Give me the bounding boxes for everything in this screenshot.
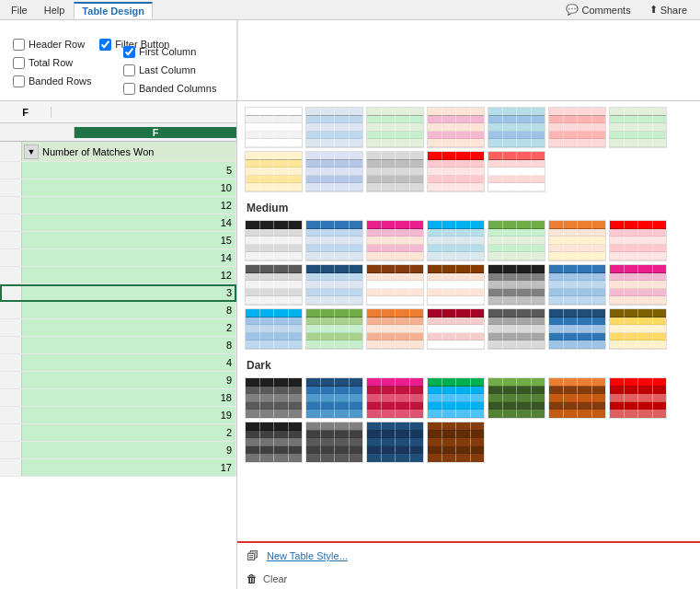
table-style-thumb[interactable]: [305, 151, 363, 192]
total-row-checkbox[interactable]: [13, 57, 25, 69]
cell-value[interactable]: 12: [22, 197, 236, 214]
table-row: 9: [0, 442, 236, 459]
ribbon: File Help Table Design 💬 Comments ⬆ Shar…: [0, 0, 700, 101]
filter-button-checkbox[interactable]: [99, 39, 111, 51]
table-style-thumb[interactable]: [488, 107, 545, 148]
row-num: [0, 284, 22, 301]
table-style-thumb[interactable]: [609, 377, 667, 419]
table-style-thumb[interactable]: [366, 107, 424, 148]
dropdown-arrow-icon[interactable]: ▼: [24, 144, 39, 159]
table-style-thumb[interactable]: [305, 422, 363, 463]
table-style-thumb[interactable]: [245, 422, 303, 463]
cell-value[interactable]: 19: [22, 407, 236, 423]
row-num: [0, 179, 22, 196]
cell-value[interactable]: 12: [22, 267, 236, 283]
table-style-thumb[interactable]: [305, 107, 363, 148]
cell-value[interactable]: 17: [22, 459, 236, 476]
table-style-thumb[interactable]: [427, 220, 485, 261]
table-style-thumb[interactable]: [548, 220, 606, 261]
table-style-thumb[interactable]: [427, 377, 485, 419]
col-header-f[interactable]: F: [74, 127, 236, 138]
table-row: 17: [0, 459, 236, 477]
table-style-thumb[interactable]: [366, 377, 424, 419]
table-style-thumb[interactable]: [305, 220, 363, 261]
table-style-thumb[interactable]: [366, 308, 424, 350]
table-style-thumb[interactable]: [245, 107, 303, 148]
row-num-dropdown: [0, 142, 22, 161]
cell-value[interactable]: 8: [22, 302, 236, 318]
table-style-thumb[interactable]: [609, 107, 667, 148]
table-style-thumb[interactable]: [305, 308, 363, 350]
cell-value[interactable]: 15: [22, 232, 236, 248]
table-style-thumb[interactable]: [548, 308, 606, 350]
table-row: 14: [0, 249, 236, 267]
eraser-icon: 🗑: [247, 572, 258, 585]
table-style-thumb[interactable]: [305, 377, 363, 419]
table-style-thumb[interactable]: [548, 107, 606, 148]
table-style-thumb[interactable]: [609, 220, 667, 261]
table-style-thumb[interactable]: [245, 377, 303, 419]
styles-scroll-area[interactable]: Medium Dark: [237, 101, 700, 541]
ribbon-top-right: 💬 Comments ⬆ Share: [560, 2, 693, 17]
share-button[interactable]: ⬆ Share: [644, 2, 693, 17]
table-style-thumb[interactable]: [366, 151, 424, 192]
table-style-thumb[interactable]: [366, 264, 424, 306]
cell-value[interactable]: 14: [22, 214, 236, 231]
cell-value[interactable]: 8: [22, 337, 236, 353]
table-style-thumb[interactable]: [305, 264, 363, 306]
table-style-thumb[interactable]: [548, 377, 606, 419]
table-style-thumb[interactable]: [366, 220, 424, 261]
dropdown-cell[interactable]: ▼ Number of Matches Won: [22, 142, 236, 161]
row-num: [0, 337, 22, 353]
table-style-thumb[interactable]: [245, 220, 303, 261]
cell-value[interactable]: 18: [22, 389, 236, 406]
cell-value[interactable]: 9: [22, 372, 236, 388]
table-style-thumb[interactable]: [609, 308, 667, 350]
tab-file[interactable]: File: [4, 3, 35, 17]
row-num: [0, 389, 22, 406]
tab-table-design[interactable]: Table Design: [74, 2, 153, 18]
tab-help[interactable]: Help: [37, 3, 73, 17]
table-row: 4: [0, 354, 236, 372]
table-style-thumb[interactable]: [427, 107, 485, 148]
table-style-thumb[interactable]: [245, 264, 303, 306]
cell-value[interactable]: 4: [22, 354, 236, 371]
table-style-thumb[interactable]: [366, 422, 424, 463]
cell-value[interactable]: 3: [22, 284, 236, 301]
comments-button[interactable]: 💬 Comments: [560, 2, 636, 17]
header-row-checkbox[interactable]: [13, 39, 25, 51]
banded-rows-checkbox[interactable]: [13, 75, 25, 87]
table-row: 12: [0, 267, 236, 284]
last-column-label: Last Column: [139, 64, 196, 75]
table-row: 18: [0, 389, 236, 407]
first-column-checkbox[interactable]: [123, 46, 135, 58]
table-style-thumb[interactable]: [488, 308, 545, 350]
table-style-thumb[interactable]: [245, 151, 303, 192]
table-style-thumb[interactable]: [427, 422, 485, 463]
cell-value[interactable]: 2: [22, 319, 236, 336]
table-style-thumb[interactable]: [488, 151, 545, 192]
cell-value[interactable]: 9: [22, 442, 236, 458]
table-style-thumb[interactable]: [548, 264, 606, 306]
table-style-thumb[interactable]: [488, 264, 545, 306]
last-column-checkbox[interactable]: [123, 64, 135, 76]
cell-value[interactable]: 10: [22, 179, 236, 196]
cell-value[interactable]: 2: [22, 424, 236, 441]
table-style-thumb[interactable]: [488, 220, 545, 261]
cell-value[interactable]: 5: [22, 162, 236, 179]
banded-columns-checkbox[interactable]: [123, 83, 135, 95]
table-style-thumb[interactable]: [609, 264, 667, 306]
clear-label[interactable]: Clear: [263, 573, 287, 584]
table-style-thumb[interactable]: [427, 264, 485, 306]
row-num: [0, 267, 22, 283]
table-style-thumb[interactable]: [427, 151, 485, 192]
new-style-label: New Table Style...: [267, 550, 348, 561]
cell-value[interactable]: 14: [22, 249, 236, 266]
new-table-style-button[interactable]: 🗊 New Table Style...: [237, 541, 700, 569]
table-row: 19: [0, 407, 236, 424]
table-style-thumb[interactable]: [488, 377, 545, 419]
table-style-thumb[interactable]: [245, 308, 303, 350]
table-style-thumb[interactable]: [427, 308, 485, 350]
row-num: [0, 319, 22, 336]
table-row: 10: [0, 179, 236, 197]
